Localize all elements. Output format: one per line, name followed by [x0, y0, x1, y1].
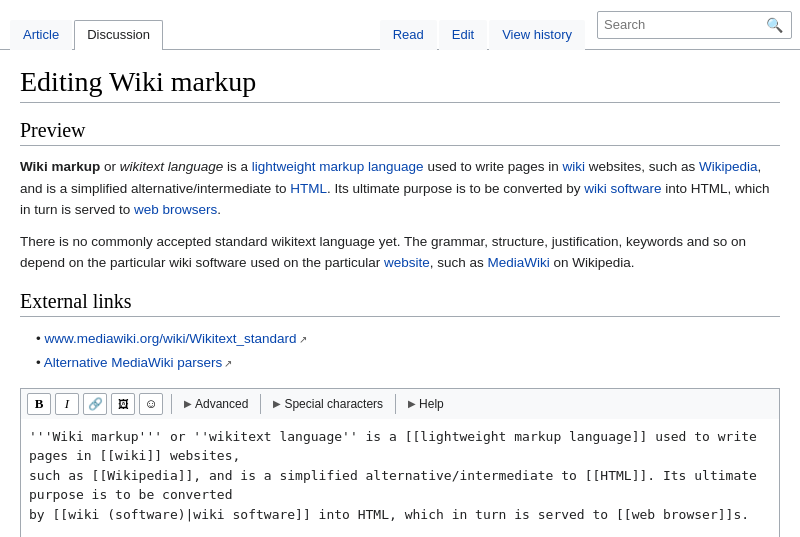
ext-link-2[interactable]: Alternative MediaWiki parsers [44, 355, 223, 370]
toolbar-divider-1 [171, 394, 172, 414]
special-chars-arrow-icon: ▶ [273, 398, 281, 409]
toolbar-advanced-button[interactable]: ▶ Advanced [180, 395, 252, 413]
toolbar-divider-2 [260, 394, 261, 414]
ext-link-1[interactable]: www.mediawiki.org/wiki/Wikitext_standard [44, 331, 296, 346]
toolbar-divider-3 [395, 394, 396, 414]
external-links-list: www.mediawiki.org/wiki/Wikitext_standard… [36, 327, 780, 376]
page-title: Editing Wiki markup [20, 66, 780, 103]
link-wiki-software[interactable]: wiki software [584, 181, 661, 196]
search-box: 🔍 [597, 11, 792, 39]
nav-spacer [163, 0, 380, 49]
ext-links-heading: External links [20, 290, 780, 317]
link-lightweight[interactable]: lightweight markup language [252, 159, 424, 174]
tab-view-history[interactable]: View history [489, 20, 585, 50]
external-link-icon-1: ↗ [299, 334, 307, 345]
tab-discussion[interactable]: Discussion [74, 20, 163, 50]
tab-article[interactable]: Article [10, 20, 72, 50]
link-wiki[interactable]: wiki [562, 159, 585, 174]
paragraph-1: Wiki markup or wikitext language is a li… [20, 156, 780, 221]
tab-read[interactable]: Read [380, 20, 437, 50]
toolbar-help-button[interactable]: ▶ Help [404, 395, 448, 413]
list-item: Alternative MediaWiki parsers↗ [36, 351, 780, 375]
external-link-icon-2: ↗ [224, 358, 232, 369]
help-arrow-icon: ▶ [408, 398, 416, 409]
toolbar-special-characters-button[interactable]: ▶ Special characters [269, 395, 387, 413]
advanced-label: Advanced [195, 397, 248, 411]
link-html[interactable]: HTML [290, 181, 327, 196]
list-item: www.mediawiki.org/wiki/Wikitext_standard… [36, 327, 780, 351]
toolbar-italic-button[interactable]: I [55, 393, 79, 415]
editor-section: B I ☺ ▶ Advanced ▶ Special characters [20, 388, 780, 537]
advanced-arrow-icon: ▶ [184, 398, 192, 409]
wikitext-italic: wikitext language [120, 159, 224, 174]
special-char-icon: ☺ [144, 396, 157, 411]
image-icon [118, 396, 129, 411]
left-tabs: Article Discussion [0, 0, 163, 49]
toolbar-special-char-btn[interactable]: ☺ [139, 393, 163, 415]
link-website[interactable]: website [384, 255, 430, 270]
editor-textarea[interactable] [20, 419, 780, 537]
main-content: Editing Wiki markup Preview Wiki markup … [0, 50, 800, 537]
search-input[interactable] [604, 17, 764, 32]
paragraph-2: There is no commonly accepted standard w… [20, 231, 780, 274]
editor-toolbar: B I ☺ ▶ Advanced ▶ Special characters [20, 388, 780, 419]
top-navigation: Article Discussion Read Edit View histor… [0, 0, 800, 50]
toolbar-image-button[interactable] [111, 393, 135, 415]
link-web-browsers[interactable]: web browsers [134, 202, 217, 217]
toolbar-bold-button[interactable]: B [27, 393, 51, 415]
search-button[interactable]: 🔍 [764, 17, 785, 33]
link-mediawiki[interactable]: MediaWiki [488, 255, 550, 270]
wiki-markup-bold: Wiki markup [20, 159, 100, 174]
right-tabs: Read Edit View history [380, 0, 593, 49]
help-label: Help [419, 397, 444, 411]
toolbar-link-button[interactable] [83, 393, 107, 415]
tab-edit[interactable]: Edit [439, 20, 487, 50]
special-characters-label: Special characters [284, 397, 383, 411]
preview-heading: Preview [20, 119, 780, 146]
link-wikipedia[interactable]: Wikipedia [699, 159, 758, 174]
link-icon [88, 396, 103, 411]
